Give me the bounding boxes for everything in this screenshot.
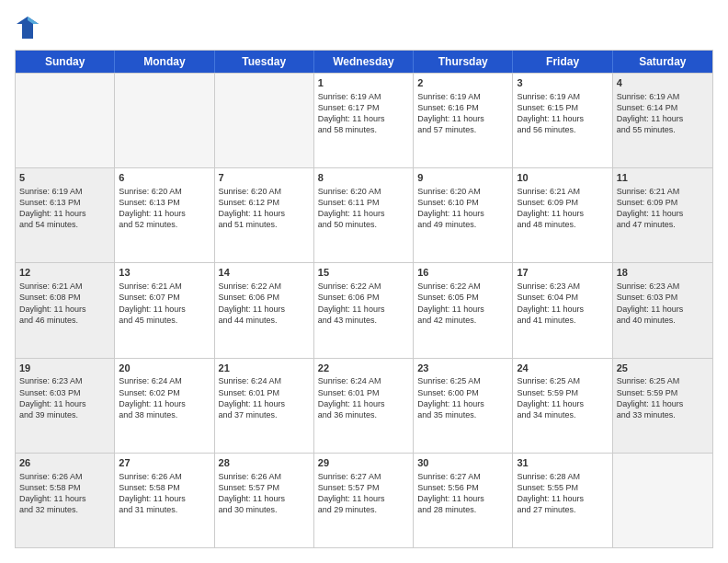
calendar-cell: 30Sunrise: 6:27 AMSunset: 5:56 PMDayligh… (414, 454, 513, 547)
calendar-cell: 20Sunrise: 6:24 AMSunset: 6:02 PMDayligh… (115, 359, 214, 453)
cell-info-line: Sunrise: 6:21 AM (119, 281, 210, 292)
calendar-row-1: 5Sunrise: 6:19 AMSunset: 6:13 PMDaylight… (16, 167, 712, 262)
day-number: 29 (318, 456, 409, 470)
cell-info-line: Sunset: 6:05 PM (417, 292, 508, 303)
cell-info-line: Sunrise: 6:25 AM (517, 375, 608, 386)
cell-info-line: Sunset: 5:58 PM (19, 482, 110, 493)
cell-info-line: Daylight: 11 hours (119, 304, 210, 315)
calendar-cell: 25Sunrise: 6:25 AMSunset: 5:59 PMDayligh… (613, 359, 712, 453)
cell-info-line: Daylight: 11 hours (417, 493, 508, 504)
cell-info-line: Sunset: 6:17 PM (318, 102, 409, 113)
calendar-cell: 14Sunrise: 6:22 AMSunset: 6:06 PMDayligh… (215, 263, 314, 357)
cell-info-line: and 33 minutes. (617, 409, 709, 420)
calendar-cell: 22Sunrise: 6:24 AMSunset: 6:01 PMDayligh… (314, 359, 414, 453)
calendar-cell (115, 74, 214, 167)
calendar-cell: 18Sunrise: 6:23 AMSunset: 6:03 PMDayligh… (613, 263, 712, 357)
cell-info-line: Daylight: 11 hours (119, 493, 210, 504)
cell-info-line: Daylight: 11 hours (318, 113, 409, 124)
cell-info-line: and 42 minutes. (417, 315, 508, 326)
cell-info-line: and 51 minutes. (219, 219, 310, 230)
cell-info-line: Sunrise: 6:26 AM (19, 471, 110, 482)
cell-info-line: and 50 minutes. (318, 219, 409, 230)
day-number: 3 (517, 76, 608, 90)
calendar-cell: 29Sunrise: 6:27 AMSunset: 5:57 PMDayligh… (314, 454, 414, 547)
day-number: 17 (517, 266, 608, 280)
cell-info-line: and 28 minutes. (417, 504, 508, 515)
calendar-cell: 23Sunrise: 6:25 AMSunset: 6:00 PMDayligh… (414, 359, 513, 453)
cell-info-line: Sunrise: 6:20 AM (417, 186, 508, 197)
calendar-cell (215, 74, 314, 167)
cell-info-line: Sunrise: 6:25 AM (417, 375, 508, 386)
cell-info-line: and 36 minutes. (318, 409, 409, 420)
cell-info-line: Sunrise: 6:19 AM (617, 91, 709, 102)
calendar-cell: 31Sunrise: 6:28 AMSunset: 5:55 PMDayligh… (513, 454, 612, 547)
cell-info-line: Daylight: 11 hours (19, 304, 110, 315)
cell-info-line: Sunrise: 6:27 AM (417, 471, 508, 482)
cell-info-line: Sunset: 6:06 PM (219, 292, 310, 303)
cell-info-line: Sunrise: 6:23 AM (617, 281, 709, 292)
cell-info-line: Sunset: 6:13 PM (119, 197, 210, 208)
day-number: 25 (617, 362, 709, 375)
calendar-cell (16, 74, 115, 167)
cell-info-line: Daylight: 11 hours (219, 208, 310, 219)
day-number: 30 (417, 456, 508, 470)
cell-info-line: and 54 minutes. (19, 219, 110, 230)
calendar-header: SundayMondayTuesdayWednesdayThursdayFrid… (16, 51, 712, 73)
calendar-cell: 16Sunrise: 6:22 AMSunset: 6:05 PMDayligh… (414, 263, 513, 357)
calendar-cell: 24Sunrise: 6:25 AMSunset: 5:59 PMDayligh… (513, 359, 612, 453)
cell-info-line: Sunset: 6:12 PM (219, 197, 310, 208)
cell-info-line: Sunrise: 6:28 AM (517, 471, 608, 482)
cell-info-line: and 57 minutes. (417, 124, 508, 135)
cell-info-line: Sunset: 6:03 PM (19, 387, 110, 398)
day-number: 20 (119, 362, 210, 375)
cell-info-line: Sunset: 6:06 PM (318, 292, 409, 303)
cell-info-line: Daylight: 11 hours (617, 208, 709, 219)
cell-info-line: Sunset: 6:13 PM (19, 197, 110, 208)
day-number: 14 (219, 266, 310, 280)
day-number: 28 (219, 456, 310, 470)
cell-info-line: Sunset: 5:59 PM (517, 387, 608, 398)
calendar-cell: 11Sunrise: 6:21 AMSunset: 6:09 PMDayligh… (613, 168, 712, 262)
cell-info-line: Sunrise: 6:22 AM (219, 281, 310, 292)
cell-info-line: and 35 minutes. (417, 409, 508, 420)
cell-info-line: and 30 minutes. (219, 504, 310, 515)
weekday-header-saturday: Saturday (613, 51, 712, 73)
calendar-cell: 8Sunrise: 6:20 AMSunset: 6:11 PMDaylight… (314, 168, 414, 262)
cell-info-line: Sunset: 6:08 PM (19, 292, 110, 303)
cell-info-line: Sunrise: 6:26 AM (219, 471, 310, 482)
cell-info-line: Sunset: 6:00 PM (417, 387, 508, 398)
day-number: 8 (318, 171, 409, 185)
day-number: 23 (417, 362, 508, 375)
cell-info-line: and 32 minutes. (19, 504, 110, 515)
cell-info-line: and 31 minutes. (119, 504, 210, 515)
cell-info-line: and 55 minutes. (617, 124, 709, 135)
day-number: 15 (318, 266, 409, 280)
calendar-cell: 19Sunrise: 6:23 AMSunset: 6:03 PMDayligh… (16, 359, 115, 453)
cell-info-line: Sunrise: 6:19 AM (19, 186, 110, 197)
cell-info-line: Sunset: 6:01 PM (318, 387, 409, 398)
cell-info-line: Sunrise: 6:27 AM (318, 471, 409, 482)
cell-info-line: and 47 minutes. (617, 219, 709, 230)
cell-info-line: Sunrise: 6:24 AM (318, 375, 409, 386)
cell-info-line: Sunrise: 6:20 AM (219, 186, 310, 197)
cell-info-line: Daylight: 11 hours (617, 304, 709, 315)
cell-info-line: Sunrise: 6:19 AM (417, 91, 508, 102)
cell-info-line: Daylight: 11 hours (219, 304, 310, 315)
calendar-cell: 5Sunrise: 6:19 AMSunset: 6:13 PMDaylight… (16, 168, 115, 262)
calendar-row-3: 19Sunrise: 6:23 AMSunset: 6:03 PMDayligh… (16, 358, 712, 453)
cell-info-line: Daylight: 11 hours (318, 304, 409, 315)
cell-info-line: Daylight: 11 hours (517, 493, 608, 504)
cell-info-line: and 29 minutes. (318, 504, 409, 515)
day-number: 22 (318, 362, 409, 375)
day-number: 13 (119, 266, 210, 280)
day-number: 2 (417, 76, 508, 90)
cell-info-line: Daylight: 11 hours (318, 493, 409, 504)
cell-info-line: Sunset: 6:09 PM (617, 197, 709, 208)
calendar-cell: 9Sunrise: 6:20 AMSunset: 6:10 PMDaylight… (414, 168, 513, 262)
cell-info-line: Sunrise: 6:22 AM (417, 281, 508, 292)
cell-info-line: Sunrise: 6:21 AM (517, 186, 608, 197)
cell-info-line: and 40 minutes. (617, 315, 709, 326)
cell-info-line: Sunrise: 6:25 AM (617, 375, 709, 386)
cell-info-line: Sunset: 6:15 PM (517, 102, 608, 113)
cell-info-line: Sunrise: 6:19 AM (517, 91, 608, 102)
